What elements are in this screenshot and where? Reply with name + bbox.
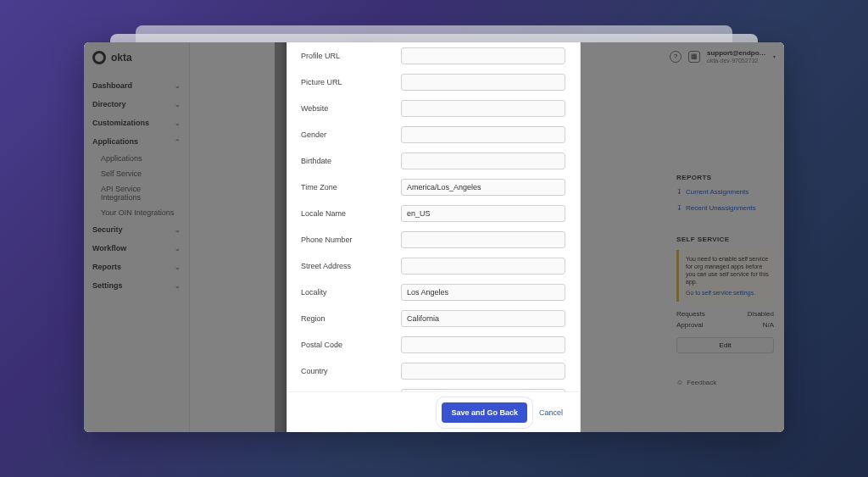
field-label: Time Zone [299, 183, 401, 191]
sidebar-item-label: Customizations [92, 119, 149, 127]
current-assignments-link[interactable]: Current Assignments [676, 188, 774, 196]
field-label: Locality [299, 288, 401, 297]
sidebar-item-applications[interactable]: Applications⌃ [84, 132, 189, 151]
feedback-link[interactable]: Feedback [676, 379, 774, 386]
sidebar-item-label: Reports [92, 263, 121, 271]
notice-link[interactable]: Go to self service settings. [686, 289, 769, 297]
sidebar-item-label: Dashboard [92, 81, 132, 90]
recent-unassignments-link[interactable]: Recent Unassignments [676, 204, 774, 212]
country-input[interactable] [401, 363, 565, 380]
approval-label: Approval [676, 321, 704, 329]
sidebar-subitem-api-service-integrations[interactable]: API Service Integrations [84, 181, 189, 205]
form-row: Locality [299, 279, 565, 305]
chevron-icon: ⌄ [175, 82, 181, 90]
field-label: Locale Name [299, 209, 401, 218]
chevron-icon: ⌄ [175, 282, 181, 290]
sidebar-subitem-applications[interactable]: Applications [84, 151, 189, 166]
form-row: Gender [299, 121, 565, 147]
field-label: Street Address [299, 262, 401, 270]
sidebar-item-settings[interactable]: Settings⌄ [84, 276, 189, 295]
form-row: Street Address [299, 252, 565, 279]
brand-row: okta [84, 42, 189, 76]
reports-heading: REPORTS [676, 174, 774, 181]
form-row: Locale Name [299, 200, 565, 226]
topbar: ? ▦ support@endpoint... okta-dev-9705273… [670, 49, 776, 64]
phone-number-input[interactable] [401, 231, 565, 248]
right-panel: REPORTS Current Assignments Recent Unass… [676, 174, 774, 386]
form-row: Region [299, 305, 565, 331]
brand-text: okta [111, 52, 132, 64]
edit-button[interactable]: Edit [676, 337, 774, 353]
profile-url-input[interactable] [401, 47, 565, 64]
form-row: Picture URL [299, 69, 565, 95]
notice-text: You need to enable self service for org … [686, 256, 769, 285]
field-label: Profile URL [299, 52, 401, 60]
sidebar-item-label: Settings [92, 281, 123, 290]
user-email: support@endpoint... [707, 49, 766, 58]
save-and-go-back-button[interactable]: Save and Go Back [442, 402, 527, 423]
time-zone-input[interactable] [401, 179, 565, 196]
modal-body[interactable]: Profile URLPicture URLWebsiteGenderBirth… [287, 42, 577, 391]
locale-name-input[interactable] [401, 205, 565, 222]
self-service-notice: You need to enable self service for org … [676, 250, 774, 302]
requests-value: Disabled [748, 310, 774, 318]
brand-logo-icon [92, 51, 106, 64]
picture-url-input[interactable] [401, 74, 565, 91]
chevron-icon: ⌄ [175, 119, 181, 127]
sidebar-item-reports[interactable]: Reports⌄ [84, 258, 189, 276]
chevron-icon: ⌄ [175, 263, 181, 271]
field-label: Postal Code [299, 341, 401, 349]
street-address-input[interactable] [401, 258, 565, 275]
field-label: Region [299, 314, 401, 323]
sidebar-item-directory[interactable]: Directory⌄ [84, 95, 189, 114]
form-row: Profile URL [299, 42, 565, 69]
chevron-icon: ⌄ [175, 226, 181, 234]
sidebar-item-label: Directory [92, 100, 126, 108]
assignment-modal: Profile URLPicture URLWebsiteGenderBirth… [287, 42, 580, 432]
gender-input[interactable] [401, 126, 565, 143]
chevron-down-icon: ▾ [773, 53, 776, 59]
form-row: Birthdate [299, 147, 565, 174]
self-service-heading: SELF SERVICE [676, 236, 774, 243]
field-label: Website [299, 104, 401, 113]
chevron-icon: ⌃ [175, 138, 181, 146]
user-menu[interactable]: support@endpoint... okta-dev-97052732 [707, 49, 766, 64]
field-label: Phone Number [299, 236, 401, 244]
apps-icon[interactable]: ▦ [688, 51, 700, 63]
sidebar-subitem-your-oin-integrations[interactable]: Your OIN Integrations [84, 205, 189, 220]
locality-input[interactable] [401, 284, 565, 301]
form-row: Website [299, 95, 565, 121]
form-row: Phone Number [299, 226, 565, 252]
sidebar: okta Dashboard⌄Directory⌄Customizations⌄… [84, 42, 190, 432]
field-label: Gender [299, 130, 401, 139]
field-label: Birthdate [299, 157, 401, 165]
sidebar-item-security[interactable]: Security⌄ [84, 220, 189, 239]
form-row: Time Zone [299, 174, 565, 200]
sidebar-item-label: Security [92, 225, 123, 234]
cancel-button[interactable]: Cancel [539, 408, 563, 417]
help-icon[interactable]: ? [670, 51, 682, 63]
form-row: Postal Code [299, 331, 565, 358]
chevron-icon: ⌄ [175, 245, 181, 252]
sidebar-item-workflow[interactable]: Workflow⌄ [84, 239, 189, 258]
field-label: Country [299, 367, 401, 375]
postal-code-input[interactable] [401, 336, 565, 353]
sidebar-item-customizations[interactable]: Customizations⌄ [84, 114, 189, 132]
user-org: okta-dev-97052732 [707, 58, 766, 64]
sidebar-subitem-self-service[interactable]: Self Service [84, 166, 189, 181]
modal-footer: Save and Go Back Cancel [287, 391, 580, 432]
website-input[interactable] [401, 100, 565, 117]
sidebar-item-label: Workflow [92, 244, 126, 252]
form-row: Country [299, 358, 565, 384]
field-label: Picture URL [299, 78, 401, 86]
sidebar-item-label: Applications [92, 137, 138, 146]
app-window: okta Dashboard⌄Directory⌄Customizations⌄… [84, 42, 784, 432]
birthdate-input[interactable] [401, 153, 565, 169]
region-input[interactable] [401, 310, 565, 327]
chevron-icon: ⌄ [175, 101, 181, 108]
sidebar-item-dashboard[interactable]: Dashboard⌄ [84, 76, 189, 95]
requests-label: Requests [676, 310, 705, 318]
form-row: Formatted [299, 384, 565, 391]
approval-value: N/A [763, 321, 774, 329]
